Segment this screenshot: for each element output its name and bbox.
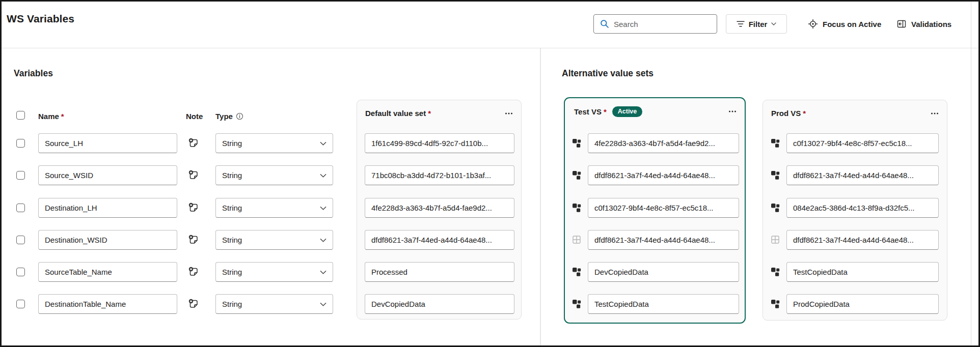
note-add-icon — [188, 170, 199, 180]
more-horizontal-icon — [505, 112, 513, 114]
validations-label: Validations — [911, 20, 951, 28]
more-options-button[interactable] — [727, 108, 738, 114]
chevron-down-icon — [320, 174, 326, 178]
type-info-icon[interactable] — [236, 112, 243, 120]
focus-on-active-label: Focus on Active — [823, 20, 881, 28]
note-add-icon — [188, 267, 199, 277]
more-options-button[interactable] — [504, 110, 514, 117]
chevron-down-icon — [320, 238, 326, 242]
column-header-note: Note — [186, 112, 203, 121]
search-input[interactable]: Search — [593, 14, 717, 34]
variable-row: Destination_LH String 4fe228d3-a363-4b7f… — [2, 198, 980, 218]
prod-vs-value-input[interactable]: ProdCopiedData — [786, 294, 939, 314]
test-vs-header: Test VS * Active — [565, 98, 745, 117]
add-note-button[interactable] — [188, 170, 199, 180]
variable-row: Source_LH String 1f61c499-89cd-4df5-92c7… — [2, 133, 980, 153]
variable-name-input[interactable]: SourceTable_Name — [38, 262, 177, 282]
type-dropdown[interactable]: String — [215, 198, 333, 218]
search-placeholder: Search — [614, 20, 638, 28]
target-icon — [808, 19, 818, 29]
row-checkbox[interactable] — [16, 300, 25, 308]
required-asterisk: * — [61, 112, 64, 121]
prod-vs-value-input[interactable]: c0f13027-9bf4-4e8c-8f57-ec5c18... — [786, 133, 939, 153]
test-vs-title: Test VS — [574, 107, 602, 116]
add-note-button[interactable] — [188, 138, 199, 148]
prod-vs-value-input[interactable]: TestCopiedData — [786, 262, 939, 282]
add-note-button[interactable] — [188, 267, 199, 277]
variable-row: Source_WSID String 71bc08cb-a3dd-4d72-b1… — [2, 165, 980, 185]
ws-variables-window: WS Variables Search Filter Focus on Acti… — [0, 0, 980, 347]
page-title: WS Variables — [7, 13, 74, 25]
variable-row: DestinationTable_Name String DevCopiedDa… — [2, 294, 980, 314]
app-header: WS Variables Search Filter Focus on Acti… — [2, 2, 978, 48]
value-override-icon — [571, 138, 582, 148]
prod-vs-title: Prod VS — [771, 109, 801, 118]
type-value: String — [222, 204, 242, 212]
more-horizontal-icon — [931, 112, 939, 114]
variable-name-value: Destination_LH — [45, 204, 97, 212]
default-value-input[interactable]: dfdf8621-3a7f-44ed-a44d-64ae48... — [365, 230, 514, 250]
prod-vs-value-input[interactable]: dfdf8621-3a7f-44ed-a44d-64ae48... — [786, 230, 939, 250]
focus-on-active-button[interactable]: Focus on Active — [808, 14, 881, 34]
prod-vs-value-input[interactable]: 084e2ac5-386d-4c13-8f9a-d32fc5... — [786, 198, 939, 218]
test-vs-value-input[interactable]: dfdf8621-3a7f-44ed-a44d-64ae48... — [588, 230, 739, 250]
test-vs-value-input[interactable]: 4fe228d3-a363-4b7f-a5d4-fae9d2... — [588, 133, 739, 153]
chevron-down-icon — [320, 302, 326, 306]
test-vs-value-input[interactable]: TestCopiedData — [588, 294, 739, 314]
required-asterisk: * — [604, 107, 607, 116]
variable-name-value: Source_WSID — [45, 171, 93, 180]
column-header-type: Type — [215, 112, 243, 121]
default-value-input[interactable]: 71bc08cb-a3dd-4d72-b101-1b3af... — [365, 165, 514, 185]
type-dropdown[interactable]: String — [215, 230, 333, 250]
test-vs-value-input[interactable]: DevCopiedData — [588, 262, 739, 282]
variable-name-input[interactable]: DestinationTable_Name — [38, 294, 177, 314]
more-horizontal-icon — [728, 110, 737, 112]
validations-button[interactable]: Validations — [896, 14, 951, 34]
default-value-input[interactable]: 1f61c499-89cd-4df5-92c7-d110b... — [365, 133, 514, 153]
row-checkbox[interactable] — [16, 236, 25, 244]
prod-vs-value-input[interactable]: dfdf8621-3a7f-44ed-a44d-64ae48... — [786, 165, 939, 185]
value-override-icon — [571, 299, 582, 309]
variable-name-input[interactable]: Source_LH — [38, 133, 177, 153]
variable-name-value: SourceTable_Name — [45, 268, 112, 276]
variable-name-input[interactable]: Destination_LH — [38, 198, 177, 218]
value-inherited-grid-icon — [571, 235, 582, 245]
type-dropdown[interactable]: String — [215, 262, 333, 282]
row-checkbox[interactable] — [16, 139, 25, 148]
test-vs-value-input[interactable]: c0f13027-9bf4-4e8c-8f57-ec5c18... — [588, 198, 739, 218]
alternative-value-sets-title: Alternative value sets — [562, 68, 654, 79]
default-value-set-title: Default value set — [365, 109, 426, 118]
row-checkbox[interactable] — [16, 268, 25, 276]
value-override-icon — [571, 203, 582, 213]
variable-name-input[interactable]: Destination_WSID — [38, 230, 177, 250]
type-value: String — [222, 171, 242, 180]
type-dropdown[interactable]: String — [215, 294, 333, 314]
chevron-down-icon — [771, 22, 776, 25]
add-note-button[interactable] — [188, 235, 199, 245]
add-note-button[interactable] — [188, 299, 199, 309]
variable-row: SourceTable_Name String Processed DevCop… — [2, 262, 980, 282]
more-options-button[interactable] — [930, 110, 940, 117]
filter-button-label: Filter — [749, 20, 768, 28]
default-value-input[interactable]: Processed — [365, 262, 514, 282]
variable-name-input[interactable]: Source_WSID — [38, 165, 177, 185]
filter-button[interactable]: Filter — [726, 14, 787, 34]
type-dropdown[interactable]: String — [215, 165, 333, 185]
add-note-button[interactable] — [188, 203, 199, 213]
variable-name-value: Source_LH — [45, 139, 83, 148]
chevron-down-icon — [320, 270, 326, 274]
value-override-icon — [770, 267, 780, 277]
value-override-icon — [770, 203, 780, 213]
default-value-input[interactable]: 4fe228d3-a363-4b7f-a5d4-fae9d2... — [365, 198, 514, 218]
search-icon — [600, 19, 609, 28]
type-dropdown[interactable]: String — [215, 133, 333, 153]
chevron-down-icon — [320, 206, 326, 210]
row-checkbox[interactable] — [16, 204, 25, 212]
select-all-checkbox[interactable] — [16, 111, 25, 120]
chevron-down-icon — [320, 141, 326, 146]
test-vs-value-input[interactable]: dfdf8621-3a7f-44ed-a44d-64ae48... — [588, 165, 739, 185]
type-value: String — [222, 300, 242, 308]
default-value-input[interactable]: DevCopiedData — [365, 294, 514, 314]
note-add-icon — [188, 138, 199, 148]
row-checkbox[interactable] — [16, 171, 25, 180]
